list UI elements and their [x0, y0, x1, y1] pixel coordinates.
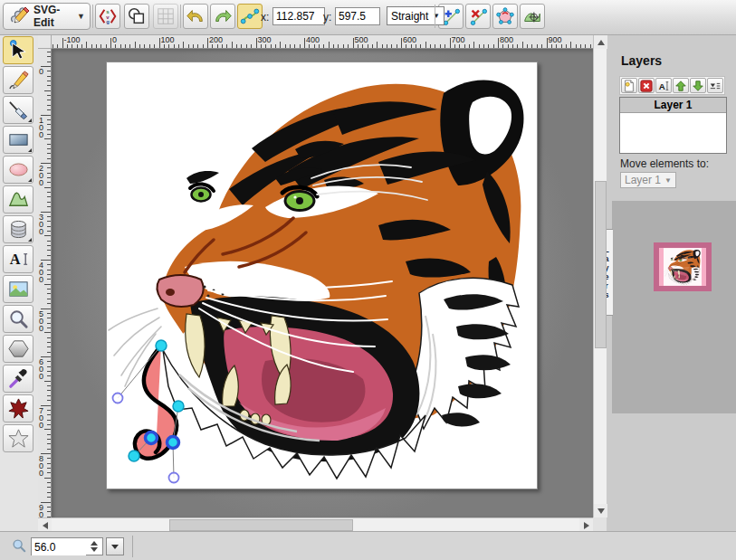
source-code-button[interactable]: svg — [95, 4, 120, 29]
tool-rect-button[interactable] — [3, 126, 33, 154]
path-selected-point[interactable] — [156, 340, 167, 351]
scroll-up-button[interactable] — [594, 35, 607, 49]
rename-layer-icon: A — [657, 80, 670, 92]
vertical-ruler: 0100200300400500600700800900 — [38, 49, 52, 517]
path-node-point[interactable] — [167, 437, 179, 449]
delete-layer-button[interactable] — [638, 78, 655, 93]
wireframe-grid-button — [153, 4, 178, 29]
main-menu-button[interactable]: SVG-Edit ▼ — [3, 3, 91, 30]
layer-menu-button[interactable] — [707, 78, 723, 93]
path-node-point[interactable] — [146, 432, 158, 444]
horizontal-ruler: -1000100200300400500600700800900 — [52, 35, 593, 49]
delete-node-button[interactable] — [465, 4, 491, 29]
tool-polygon-button[interactable] — [3, 335, 33, 363]
status-bar — [0, 531, 736, 560]
x-coordinate-input[interactable] — [272, 7, 325, 25]
new-layer-button[interactable] — [621, 78, 637, 93]
scroll-down-button[interactable] — [594, 504, 607, 517]
layers-sidebar: Layers Layers A Layer 1 Move elements to… — [607, 34, 736, 560]
new-layer-icon — [623, 80, 636, 92]
image-tool-icon — [7, 278, 30, 300]
toolbar-separator — [435, 5, 435, 28]
tools-toolbar: A — [0, 34, 39, 531]
zoom-level-input[interactable] — [32, 539, 86, 555]
scroll-right-button[interactable] — [579, 518, 593, 532]
move-layer-down-button[interactable] — [690, 78, 706, 93]
svg-text:A: A — [659, 81, 665, 90]
tool-shapelib-button[interactable] — [3, 215, 33, 243]
redo-icon — [213, 6, 233, 26]
toolbar-separator — [180, 5, 181, 28]
ellipse-tool-icon — [7, 158, 30, 181]
y-coordinate-input[interactable] — [335, 7, 380, 25]
tool-pencil-button[interactable] — [3, 66, 33, 94]
rect-tool-icon — [7, 128, 30, 151]
move-layer-down-icon — [692, 80, 704, 92]
shapelib-tool-icon — [7, 218, 30, 241]
delete-node-icon — [468, 6, 488, 26]
tool-zoom-button[interactable] — [3, 305, 33, 333]
zoom-stepper[interactable] — [88, 539, 100, 554]
line-tool-icon — [7, 99, 30, 121]
move-layer-up-button[interactable] — [673, 78, 689, 93]
scroll-left-button[interactable] — [38, 518, 52, 532]
tool-select-button[interactable] — [3, 36, 33, 64]
app-title: SVG-Edit — [33, 4, 73, 29]
move-elements-label: Move elements to: — [620, 157, 709, 170]
svg-canvas[interactable] — [106, 62, 538, 489]
source-code-icon: svg — [98, 6, 118, 26]
x-coordinate-label: x: — [261, 11, 269, 24]
path-tool-icon — [7, 188, 30, 211]
layer-row[interactable]: Layer 1 — [620, 98, 726, 113]
segment-type-value: Straight — [391, 10, 428, 23]
tool-text-button[interactable]: A — [3, 245, 33, 273]
tool-ellipse-button[interactable] — [3, 156, 33, 184]
document-properties-button[interactable] — [124, 4, 149, 29]
document-properties-icon — [127, 6, 147, 26]
ornament-tool-icon — [7, 397, 30, 420]
open-close-path-icon — [495, 6, 515, 26]
vertical-scroll-thumb[interactable] — [595, 181, 607, 348]
layers-panel-title: Layers — [621, 53, 662, 68]
tool-path-button[interactable] — [3, 185, 33, 214]
chevron-down-icon: ▼ — [77, 12, 85, 21]
svg-text:A: A — [9, 251, 20, 268]
open-close-path-button[interactable] — [492, 4, 518, 29]
move-elements-value: Layer 1 — [625, 174, 661, 186]
drawing-workspace[interactable] — [52, 49, 593, 517]
canvas-thumbnail-frame — [654, 242, 712, 291]
ruler-corner — [38, 35, 52, 49]
move-elements-select[interactable]: Layer 1 ▼ — [620, 172, 676, 188]
text-tool-icon: A — [7, 248, 30, 271]
convert-to-path-icon — [522, 6, 542, 26]
convert-to-path-button[interactable] — [520, 4, 545, 29]
path-control-point[interactable] — [113, 394, 123, 403]
tool-star-button[interactable] — [3, 424, 33, 452]
tool-image-button[interactable] — [3, 275, 33, 303]
tiger-drawing — [107, 62, 537, 489]
node-edit-icon — [240, 6, 260, 26]
statusbar-separator — [132, 536, 133, 557]
select-tool-icon — [7, 39, 30, 62]
rename-layer-button[interactable]: A — [655, 78, 672, 93]
layer-buttons-row: A — [619, 76, 725, 95]
star-tool-icon — [7, 427, 30, 450]
zoom-level-field — [31, 537, 103, 555]
redo-button[interactable] — [210, 4, 235, 29]
undo-button[interactable] — [183, 4, 208, 29]
horizontal-scroll-thumb[interactable] — [169, 519, 353, 531]
zoom-tool-icon — [7, 308, 30, 330]
tool-ornament-button[interactable] — [3, 394, 33, 422]
zoom-preset-dropdown[interactable] — [106, 537, 124, 555]
node-edit-button[interactable] — [237, 4, 263, 29]
vertical-scrollbar[interactable] — [593, 35, 607, 517]
path-selected-point[interactable] — [129, 451, 139, 461]
canvas-overview-panel — [612, 201, 736, 413]
main-toolbar: SVG-Edit ▼ svg x: y: Straight ▼ — [0, 0, 736, 35]
path-selected-point[interactable] — [173, 401, 184, 412]
path-control-point[interactable] — [169, 473, 179, 483]
horizontal-scrollbar[interactable] — [38, 517, 593, 531]
segment-type-select[interactable]: Straight ▼ — [387, 6, 444, 25]
tool-line-button[interactable] — [3, 96, 33, 124]
tool-eyedropper-button[interactable] — [3, 365, 33, 393]
